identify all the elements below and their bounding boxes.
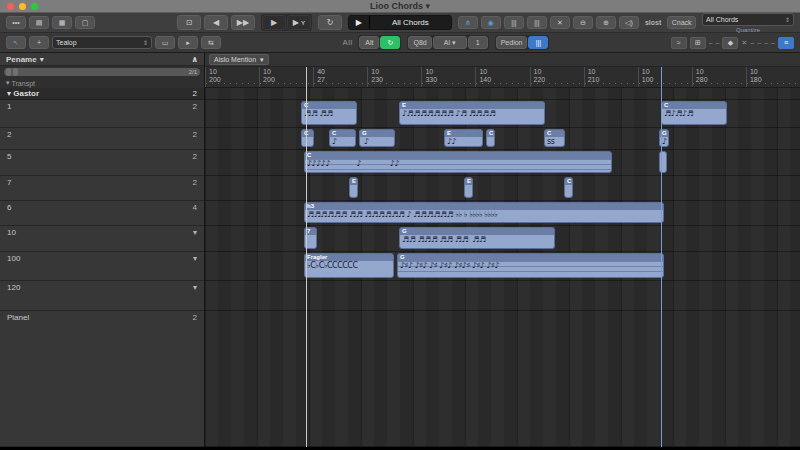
arrange-lane-7	[205, 176, 800, 201]
zoom-out-button[interactable]: ⊖	[573, 16, 593, 29]
track-value[interactable]: 2	[193, 152, 197, 161]
midi-region[interactable]: G♬♬ ♬♬♬ ♬♬ ♬♬ ♬♬	[399, 227, 555, 249]
zoom-handle[interactable]	[13, 68, 18, 76]
collapse-icon[interactable]: ∧	[192, 55, 199, 64]
track-row-Pianel[interactable]: Pianel2	[0, 311, 204, 447]
track-value[interactable]: ▾	[193, 228, 197, 237]
crossfade-icon[interactable]: ✕	[741, 39, 747, 47]
preview-play-button[interactable]: ▸	[178, 36, 198, 49]
mixer-button[interactable]: ▦	[52, 16, 72, 29]
group-lane	[205, 88, 800, 100]
quantize-value-select[interactable]: Al ▾	[433, 36, 467, 49]
midi-region[interactable]: E	[349, 177, 358, 198]
track-value[interactable]: ▾	[193, 283, 197, 292]
grid-button[interactable]: ⊞	[690, 37, 706, 49]
midi-region[interactable]: C♬♬ ♬♬	[301, 101, 357, 125]
track-name: 5	[7, 152, 11, 161]
midi-region[interactable]: h3♬♬♬♬♬♬ ♬♬ ♬♬♬♬♬♬ ♪ ♬♬♬♬♬♬ ♭♭ ♭ ♭♭♭♭ ♭♭…	[304, 202, 664, 223]
pedion-meter-icon[interactable]: |||	[528, 36, 548, 49]
all-toggle[interactable]: All	[342, 38, 352, 47]
play-button[interactable]: ▶	[262, 15, 286, 30]
bar-ruler[interactable]: 1020010200402710230103301014010220102101…	[205, 67, 800, 88]
zoom-strip[interactable]: 2/1	[0, 66, 204, 78]
crosshair-tool-button[interactable]: +	[29, 36, 49, 49]
loop-toggle[interactable]: ↻	[380, 36, 400, 49]
midi-region[interactable]: C	[486, 129, 495, 147]
track-row-6[interactable]: 64	[0, 201, 204, 226]
power-button[interactable]: ◉	[481, 16, 501, 29]
track-value[interactable]: 2	[193, 130, 197, 139]
zoom-in-button[interactable]: ⊕	[596, 16, 616, 29]
tuner-button[interactable]: ⋔	[458, 16, 478, 29]
lcd-play-icon[interactable]: ▶	[349, 16, 370, 29]
midi-region[interactable]: C	[564, 177, 573, 198]
dash: –	[716, 39, 720, 46]
midi-region[interactable]: C♪♪♪♪♪ ♪ ♪♪	[304, 151, 612, 173]
quantize-label[interactable]: Q8d	[408, 36, 431, 49]
arrange-menu-select[interactable]: Aislo Mention ▾	[209, 54, 269, 65]
rewind-button[interactable]: ◀	[204, 15, 228, 30]
midi-region[interactable]: E♪♬♬♬♬♬♬♬ ♪♬ ♬♬♬♬	[399, 101, 545, 125]
library-button[interactable]: ▤	[29, 16, 49, 29]
cnack-button[interactable]: Cnack	[667, 16, 696, 29]
track-row-2[interactable]: 22	[0, 128, 204, 150]
lcd-text: All Chords	[370, 16, 451, 29]
midi-region[interactable]: G ♪	[359, 129, 395, 147]
forward-button[interactable]: ▶▶	[231, 15, 255, 30]
track-value[interactable]: 2	[193, 313, 197, 322]
track-row-5[interactable]: 52	[0, 150, 204, 176]
midi-region[interactable]: C	[301, 129, 314, 147]
count-in-button[interactable]: |||	[504, 16, 524, 29]
arrange-lane-Pianel	[205, 311, 800, 447]
region-label: C	[330, 130, 355, 137]
zoom-slider[interactable]: 2/1	[4, 68, 200, 76]
transpt-row[interactable]: ▾ Transpt	[0, 78, 204, 88]
record-button[interactable]: ▶ ʏ	[287, 15, 311, 30]
ruler-cell-0: 10200	[205, 67, 259, 87]
waveform-zoom-button[interactable]: ≈	[671, 37, 687, 49]
lcd-display[interactable]: ▶ All Chords	[348, 15, 452, 30]
quantize-count[interactable]: 1	[468, 36, 488, 49]
ruler-cell-4: 10330	[421, 67, 475, 87]
track-row-120[interactable]: 120▾	[0, 281, 204, 311]
pedion-button[interactable]: Pedion	[496, 36, 528, 49]
pointer-tools-group: ↖+	[6, 36, 49, 49]
track-row-100[interactable]: 100▾	[0, 252, 204, 281]
list-view-button[interactable]: ≡	[778, 37, 794, 49]
chord-quantize-select[interactable]: All Chords ⇕	[702, 13, 794, 26]
diamond-button[interactable]: ◆	[722, 37, 738, 49]
tool-select[interactable]: Tealop ⇕	[52, 36, 152, 49]
track-row-1[interactable]: 12	[0, 100, 204, 128]
track-group-header[interactable]: ▾ Gastor 2	[0, 88, 204, 100]
track-value[interactable]: ▾	[193, 254, 197, 263]
track-panel-header[interactable]: Pename ▾ ∧	[0, 53, 204, 66]
track-value[interactable]: 4	[193, 203, 197, 212]
track-value[interactable]: 2	[193, 102, 197, 111]
track-row-7[interactable]: 72	[0, 176, 204, 201]
midi-region[interactable]: E	[464, 177, 473, 198]
track-row-10[interactable]: 10▾	[0, 226, 204, 252]
midi-region[interactable]: C♬♪♬♪♬	[661, 101, 727, 125]
ruler-cell-9: 10280	[692, 67, 746, 87]
midi-region[interactable]: C♪	[329, 129, 356, 147]
loop-button[interactable]: ↻	[318, 15, 342, 30]
track-value[interactable]: 2	[193, 178, 197, 187]
arrange-grid[interactable]: C♬♬ ♬♬E♪♬♬♬♬♬♬♬ ♪♬ ♬♬♬♬C♬♪♬♪♬CC♪G ♪E♪♪CC…	[205, 88, 800, 447]
more-button[interactable]: •••	[6, 16, 26, 29]
monitor-button[interactable]: ◁)	[619, 16, 639, 29]
track-name: 120	[7, 283, 20, 292]
alt-toggle[interactable]: Alt	[359, 36, 379, 49]
zoom-handle[interactable]	[6, 68, 11, 76]
metronome-button[interactable]: |||	[527, 16, 547, 29]
midi-region[interactable]: E♪♪	[444, 129, 483, 147]
midi-region[interactable]: G♪♯♪ ♪♯♪ ♪♯ ♪♯♪ ♪♯♪♯ ♪♯♪ ♪♯♪	[397, 253, 664, 278]
crossfade-button[interactable]: ✕	[550, 16, 570, 29]
link-button[interactable]: ⇆	[201, 36, 221, 49]
eraser-tool-button[interactable]: ▭	[155, 36, 175, 49]
region-notation: ♪	[330, 137, 355, 147]
pointer-tool-button[interactable]: ↖	[6, 36, 26, 49]
midi-region[interactable]: Fragler♭C♭C♭CCCCCC	[304, 253, 394, 278]
midi-region[interactable]: Css	[544, 129, 565, 147]
media-browser-button[interactable]: ▢	[75, 16, 95, 29]
cycle-button[interactable]: ⊡	[177, 15, 201, 30]
